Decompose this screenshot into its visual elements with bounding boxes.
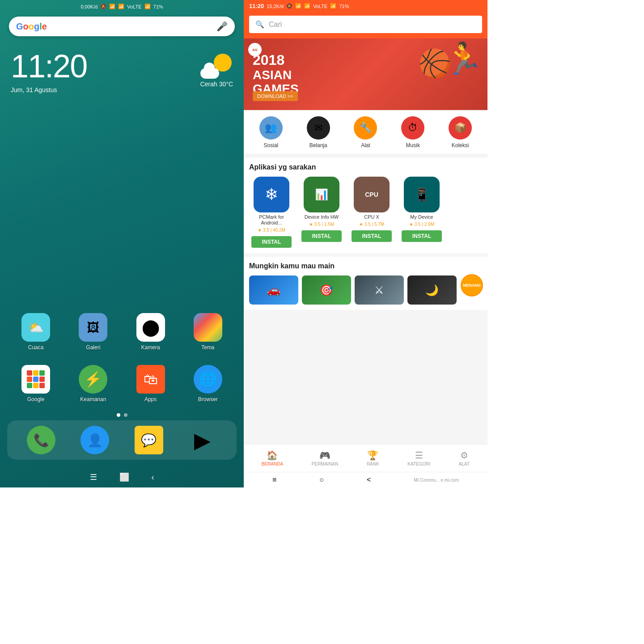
search-input-box[interactable]: 🔍 Cari bbox=[249, 16, 482, 33]
rank-icon: 🏆 bbox=[367, 450, 378, 461]
mydevice-name: My Device bbox=[410, 214, 433, 220]
deviceinfo-install-button[interactable]: INSTAL bbox=[301, 230, 342, 242]
rank-label: RANK bbox=[367, 462, 379, 466]
beranda-label: BERANDA bbox=[262, 462, 283, 466]
nav-home-icon[interactable]: ⬜ bbox=[119, 472, 129, 482]
cuaca-label: Cuaca bbox=[28, 344, 44, 351]
app-grid-row1: ⛅ Cuaca 🖼 Galeri ⬤ Kamera Tema bbox=[0, 306, 244, 358]
mydevice-install-button[interactable]: INSTAL bbox=[402, 230, 442, 242]
left-status-signal2-icon: 📶 bbox=[144, 4, 151, 9]
alat-nav-icon: ⚙ bbox=[460, 450, 468, 461]
belanja-icon: ✉ bbox=[307, 116, 330, 140]
right-status-battery: 71% bbox=[339, 4, 349, 9]
nav-beranda[interactable]: 🏠 BERANDA bbox=[258, 448, 287, 468]
status-bar-left: 0,00K/d 🔕 📶 📶 VoLTE 📶 71% bbox=[0, 0, 244, 13]
category-alat[interactable]: 🔧 Alat bbox=[354, 116, 377, 148]
app-card-mydevice: 📱 My Device ★ 3.5 | 2.6M INSTAL bbox=[399, 177, 444, 248]
banner[interactable]: AG 2018 ASIANGAMES DOWNLOAD >> 🏃 🏀 bbox=[244, 38, 487, 110]
left-panel: 0,00K/d 🔕 📶 📶 VoLTE 📶 71% Google 🎤 11:20… bbox=[0, 0, 244, 487]
nav-menu-icon[interactable]: ☰ bbox=[90, 472, 97, 482]
app-card-deviceinfo: 📊 Device Info HW ★ 3.5 | 1.5M INSTAL bbox=[299, 177, 344, 248]
google-logo: Google bbox=[16, 21, 47, 32]
left-status-dnd-icon: 🔕 bbox=[100, 4, 106, 9]
dot-2 bbox=[124, 413, 127, 417]
kamera-icon: ⬤ bbox=[136, 313, 165, 342]
nav-permainan[interactable]: 🎮 PERMAINAN bbox=[308, 448, 342, 468]
banner-figure2: 🏀 bbox=[418, 47, 452, 79]
right-panel: 11:20 15,2K/d 🔕 📶 📶 VoLTE 📶 71% 🔍 Cari A… bbox=[244, 0, 487, 487]
alat-icon: 🔧 bbox=[354, 116, 377, 140]
section-title: Aplikasi yg sarakan bbox=[249, 163, 482, 171]
app-keamanan[interactable]: ⚡ Keamanan bbox=[68, 365, 118, 402]
right-nav-home-icon[interactable]: ○ bbox=[319, 476, 324, 484]
nav-rank[interactable]: 🏆 RANK bbox=[363, 448, 383, 468]
tema-label: Tema bbox=[201, 344, 214, 351]
google-search-bar[interactable]: Google 🎤 bbox=[9, 17, 235, 36]
game-thumb-dark[interactable]: 🌙 bbox=[407, 275, 457, 305]
games-section-title: Mungkin kamu mau main bbox=[249, 262, 482, 270]
left-status-battery: 71% bbox=[153, 4, 163, 9]
google-mic-icon[interactable]: 🎤 bbox=[216, 21, 228, 32]
weather-text: Cerah 30°C bbox=[200, 80, 233, 88]
google-app-icon bbox=[21, 365, 50, 394]
right-status-wifi-icon: 📶 bbox=[295, 3, 301, 9]
search-icon: 🔍 bbox=[255, 20, 264, 29]
banner-text: 2018 ASIANGAMES bbox=[253, 52, 299, 96]
category-sosial[interactable]: 👥 Sosial bbox=[259, 116, 283, 148]
phone-icon: 📞 bbox=[27, 426, 55, 454]
nav-back-icon[interactable]: ‹ bbox=[152, 473, 154, 482]
page-dots bbox=[0, 410, 244, 420]
cloud-icon bbox=[200, 68, 219, 79]
nav-bar-right: ≡ ○ < MI Commu... e.mi.com bbox=[244, 472, 487, 487]
game-thumb-car[interactable]: 🚗 bbox=[249, 275, 298, 305]
kamera-label: Kamera bbox=[141, 344, 160, 351]
left-status-speed: 0,00K/d bbox=[80, 4, 97, 9]
cuaca-icon: ⛅ bbox=[21, 313, 50, 342]
game-thumb-war[interactable]: ⚔ bbox=[355, 275, 404, 305]
app-tema[interactable]: Tema bbox=[183, 313, 233, 351]
galeri-icon: 🖼 bbox=[79, 313, 107, 342]
app-card-pcmark: ❄ PCMark for Android... ★ 3.5 | 40.2M IN… bbox=[249, 177, 294, 248]
nav-kategori[interactable]: ☰ KATEGORI bbox=[404, 448, 434, 468]
category-koleksi[interactable]: 📦 Koleksi bbox=[449, 116, 472, 148]
clock-time: 11:20 bbox=[11, 48, 87, 85]
search-bar-container: 🔍 Cari bbox=[244, 12, 487, 38]
dot-1 bbox=[117, 413, 120, 417]
koleksi-label: Koleksi bbox=[452, 142, 469, 148]
galeri-label: Galeri bbox=[86, 344, 100, 351]
cpux-install-button[interactable]: INSTAL bbox=[352, 230, 392, 242]
beranda-icon: 🏠 bbox=[267, 450, 278, 461]
dock-play[interactable]: ▶ bbox=[179, 426, 226, 454]
app-cuaca[interactable]: ⛅ Cuaca bbox=[11, 313, 61, 351]
cpux-name: CPU X bbox=[364, 214, 379, 220]
nav-bar-left: ☰ ⬜ ‹ bbox=[0, 467, 244, 487]
nav-alat[interactable]: ⚙ ALAT bbox=[455, 448, 473, 468]
category-musik[interactable]: ⏱ Musik bbox=[401, 116, 424, 148]
tema-icon bbox=[194, 313, 222, 342]
permainan-label: PERMAINAN bbox=[312, 462, 338, 466]
pcmark-install-button[interactable]: INSTAL bbox=[251, 236, 292, 248]
right-nav-menu-icon[interactable]: ≡ bbox=[272, 476, 276, 484]
app-kamera[interactable]: ⬤ Kamera bbox=[126, 313, 176, 351]
right-nav-back-icon[interactable]: < bbox=[367, 476, 371, 484]
deviceinfo-rating: ★ 3.5 | 1.5M bbox=[309, 222, 334, 227]
category-belanja[interactable]: ✉ Belanja bbox=[307, 116, 330, 148]
banner-download-button[interactable]: DOWNLOAD >> bbox=[253, 91, 298, 101]
pcmark-rating: ★ 3.5 | 40.2M bbox=[258, 228, 285, 233]
app-google[interactable]: Google bbox=[11, 365, 61, 402]
dock-phone[interactable]: 📞 bbox=[18, 426, 64, 454]
search-placeholder: Cari bbox=[269, 21, 282, 29]
mydevice-rating: ★ 3.5 | 2.6M bbox=[409, 222, 434, 227]
dock-messages[interactable]: 💬 bbox=[126, 426, 172, 454]
clock-widget: 11:20 Jum, 31 Agustus Cerah 30°C bbox=[0, 43, 244, 98]
dock-contacts[interactable]: 👤 bbox=[72, 426, 118, 454]
dock: 📞 👤 💬 ▶ bbox=[7, 420, 237, 460]
app-galeri[interactable]: 🖼 Galeri bbox=[68, 313, 118, 351]
app-browser[interactable]: 🌐 Browser bbox=[183, 365, 233, 402]
app-apps[interactable]: 🛍 Apps bbox=[126, 365, 176, 402]
game-thumb-shooter[interactable]: 🎯 bbox=[302, 275, 351, 305]
suggested-apps-section: Aplikasi yg sarakan ❄ PCMark for Android… bbox=[244, 158, 487, 253]
messages-icon: 💬 bbox=[135, 426, 163, 454]
app-grid-row2: Google ⚡ Keamanan 🛍 Apps 🌐 Browser bbox=[0, 358, 244, 410]
right-status-signal2-icon: 📶 bbox=[330, 3, 336, 9]
